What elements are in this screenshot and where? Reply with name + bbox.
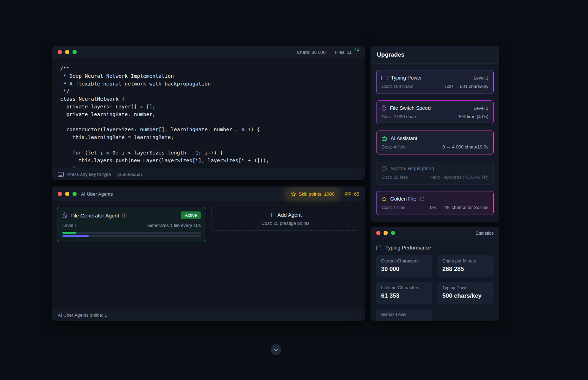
stat-typing-power: Typing Power 500 chars/key — [437, 282, 494, 304]
editor-counters: Chars: 30 000 Files: 11 +1 — [297, 50, 359, 55]
zoom-button[interactable] — [72, 192, 77, 196]
keyboard-icon — [376, 246, 382, 250]
level-progress-fill — [62, 235, 89, 237]
statistics-grid: Current Characters 30 000 Chars per Minu… — [371, 255, 499, 321]
upgrade-cost: Cost: 4 files — [381, 144, 405, 150]
upgrade-level: Level 1 — [474, 75, 488, 81]
agent-rate: Generates 1 file every 10s — [147, 223, 201, 228]
minimize-button[interactable] — [65, 50, 69, 54]
typing-hint: Press any key to type — [67, 172, 111, 177]
files-counter: Files: 11 — [335, 50, 352, 55]
upgrade-name: Syntax Highlighting — [391, 166, 434, 171]
upgrade-effect: 0% → 1% chance for 3x files — [430, 205, 488, 210]
stopwatch-icon — [381, 105, 386, 111]
agents-window: AI Uber Agents Skill points: 1000 PP: 65 — [52, 186, 365, 321]
minimize-button[interactable] — [65, 192, 69, 196]
agent-timer-icon — [62, 213, 67, 218]
upgrade-cost: Cost: 1 files — [381, 205, 405, 210]
upgrade-name: Golden File — [390, 196, 416, 202]
upgrade-syntax-highlighting[interactable]: Syntax Highlighting Cost: 25 files Next:… — [376, 161, 494, 185]
upgrade-effect: Next: Keywords (+50.0% TP) — [429, 175, 488, 180]
typing-performance-label: Typing Performance — [385, 245, 431, 251]
upgrade-ai-assistant[interactable]: AI Assistant Cost: 4 files 0 → 4 000 cha… — [376, 131, 494, 154]
close-button[interactable] — [376, 231, 380, 235]
typing-performance-header: Typing Performance — [371, 239, 499, 255]
upgrade-name: File Switch Speed — [390, 105, 431, 111]
stat-current-characters: Current Characters 30 000 — [376, 255, 432, 277]
add-agent-button[interactable]: Add Agent Cost: 25 prestige points — [211, 207, 360, 231]
agents-window-title: AI Uber Agents — [81, 191, 113, 197]
upgrade-level: Level 1 — [474, 106, 488, 111]
plus-icon — [269, 213, 274, 217]
agents-titlebar: AI Uber Agents Skill points: 1000 PP: 65 — [52, 186, 365, 201]
star-icon — [291, 191, 296, 196]
stat-value: 30 000 — [381, 266, 428, 273]
zoom-button[interactable] — [72, 50, 77, 54]
upgrade-cost: Cost: 2 000 chars — [381, 114, 417, 119]
upgrade-name: Typing Power — [391, 75, 422, 81]
statistics-titlebar: Statistics — [371, 227, 499, 239]
close-button[interactable] — [58, 50, 62, 54]
palette-icon — [381, 166, 387, 171]
typing-progress: (2500/3552) — [117, 172, 142, 177]
agent-status-badge: Active — [181, 211, 201, 219]
add-agent-cost: Cost: 25 prestige points — [216, 221, 355, 226]
keyboard-icon — [58, 172, 64, 177]
stat-label: Lifetime Characters — [381, 285, 428, 290]
stat-label: Syntax Level — [381, 312, 428, 317]
window-controls — [58, 192, 77, 196]
upgrade-effect: 500 → 501 chars/key — [445, 84, 488, 89]
upgrades-panel: Upgrades Typing Power Level 1 Cost: 100 … — [371, 46, 499, 222]
skill-points-badge: Skill points: 1000 — [286, 189, 339, 199]
files-increment-badge: +1 — [354, 47, 359, 52]
file-progress-bar — [62, 232, 201, 234]
agents-content: File Generator Agent Active Level 1 Gene… — [52, 201, 365, 248]
minimize-button[interactable] — [384, 231, 388, 235]
stat-value: 61 353 — [381, 292, 428, 299]
stat-lifetime-characters: Lifetime Characters 61 353 — [376, 282, 432, 304]
keyboard-icon — [381, 76, 387, 80]
chars-counter: Chars: 30 000 — [297, 50, 325, 55]
close-button[interactable] — [58, 192, 62, 196]
editor-statusbar: Press any key to type (2500/3552) — [52, 168, 365, 180]
add-agent-label: Add Agent — [277, 212, 302, 218]
upgrade-name: AI Assistant — [391, 135, 417, 141]
stat-value: 268 285 — [442, 266, 489, 273]
info-icon[interactable] — [122, 213, 127, 218]
upgrades-title: Upgrades — [371, 46, 499, 64]
robot-icon — [381, 136, 387, 141]
statistics-window-title: Statistics — [475, 230, 494, 236]
stat-chars-per-minute: Chars per Minute 268 285 — [437, 255, 494, 277]
code-editor[interactable]: /** * Deep Neural Network Implementation… — [52, 58, 365, 168]
upgrade-typing-power[interactable]: Typing Power Level 1 Cost: 100 chars 500… — [376, 70, 494, 94]
info-icon[interactable] — [420, 197, 424, 201]
upgrade-cost: Cost: 100 chars — [381, 84, 413, 89]
scroll-down-button[interactable] — [271, 344, 281, 355]
game-screen: Chars: 30 000 Files: 11 +1 /** * Deep Ne… — [0, 0, 588, 380]
upgrade-file-switch-speed[interactable]: File Switch Speed Level 1 Cost: 2 000 ch… — [376, 100, 494, 124]
window-controls — [58, 50, 77, 54]
zoom-button[interactable] — [391, 231, 395, 235]
file-generator-agent-card[interactable]: File Generator Agent Active Level 1 Gene… — [57, 207, 206, 242]
stat-value: 500 chars/key — [442, 292, 489, 299]
level-progress-bar — [62, 235, 201, 237]
agent-name: File Generator Agent — [70, 213, 119, 218]
upgrade-golden-file[interactable]: Golden File Cost: 1 files 0% → 1% chance… — [376, 191, 494, 215]
stat-label: Current Characters — [381, 259, 428, 264]
stat-syntax-level: Syntax Level — [376, 309, 432, 321]
agents-footer: AI Uber Agents online: 1 — [52, 309, 365, 321]
editor-window: Chars: 30 000 Files: 11 +1 /** * Deep Ne… — [52, 46, 365, 180]
star-icon — [381, 196, 387, 201]
skill-points-label: Skill points: 1000 — [298, 191, 334, 197]
upgrade-effect: 0 → 4 000 chars/10.0s — [442, 144, 488, 150]
upgrade-effect: -5% time (4.0s) — [457, 114, 488, 119]
editor-titlebar: Chars: 30 000 Files: 11 +1 — [52, 46, 365, 58]
stat-label: Typing Power — [442, 285, 489, 290]
agent-level: Level 1 — [62, 223, 77, 228]
upgrade-cost: Cost: 25 files — [381, 175, 408, 180]
window-controls — [376, 231, 395, 235]
stat-label: Chars per Minute — [442, 259, 489, 264]
chevron-down-icon — [273, 348, 278, 352]
agents-online-label: AI Uber Agents online: 1 — [58, 312, 107, 318]
statistics-window: Statistics Typing Performance Current Ch… — [371, 227, 499, 321]
